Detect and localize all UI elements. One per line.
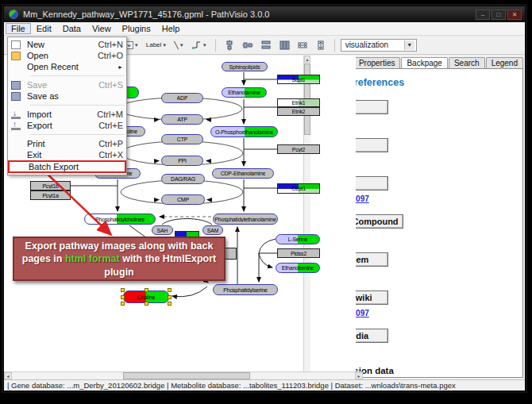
common-height-icon[interactable] (313, 38, 329, 52)
file-menu-item-export[interactable]: ExportCtrl+E (8, 120, 126, 131)
title-bar: Mm_Kennedy_pathway_WP1771_45176.gpml - P… (4, 6, 525, 22)
node-label: Ethanolamine (228, 90, 260, 95)
pathway-node-sphingolipids[interactable]: Sphingolipids (222, 62, 268, 71)
stack-vertical-icon[interactable] (258, 38, 274, 52)
pathway-node-cdp-ethanolamine[interactable]: CDP-Ethanolamine (212, 168, 274, 179)
file-menu-item-print[interactable]: PrintCtrl+P (8, 138, 126, 149)
selection-handle[interactable] (168, 295, 172, 299)
selection-handle[interactable] (145, 302, 148, 306)
scrollbar-thumb[interactable] (123, 372, 250, 379)
scroll-left-icon[interactable]: ◄ (4, 372, 12, 379)
app-icon (9, 10, 18, 19)
menu-item-shortcut: Ctrl+O (98, 51, 123, 60)
pathway-node-phosphatidylcholines[interactable]: Phosphatidylcholines (84, 214, 156, 225)
chevron-down-icon[interactable]: ▼ (404, 40, 414, 50)
file-menu-item-exit[interactable]: ExitCtrl+X (8, 149, 126, 160)
minimize-button[interactable]: – (476, 10, 490, 20)
menubar: FileEditDataViewPluginsHelp (4, 22, 525, 36)
node-label: ADP (177, 95, 188, 101)
pathway-node-l-serine[interactable]: L-Serine (276, 234, 320, 244)
status-bar: | Gene database: ...m_Derby_20120602.bri… (4, 379, 525, 391)
pathway-node-ethanolamine[interactable]: Ethanolamine (276, 263, 320, 273)
file-menu-item-open[interactable]: OpenCtrl+O (8, 50, 126, 61)
node-label: SAH (157, 228, 168, 233)
node-label: Ptdss2 (291, 251, 306, 256)
pathvisio-window: Mm_Kennedy_pathway_WP1771_45176.gpml - P… (3, 6, 526, 391)
menu-separator (30, 131, 125, 135)
selection-handle[interactable] (168, 302, 172, 306)
node-label: ATP (177, 117, 187, 122)
tab-properties[interactable]: Properties (353, 57, 401, 68)
connector-tool-button[interactable]: ▼ (189, 38, 210, 52)
pathway-node-phosphatidylserine[interactable]: Phosphatidylserine (213, 284, 278, 295)
pathway-node-ethanolamine[interactable]: Ethanolamine (222, 87, 267, 98)
menu-item-shortcut: Ctrl+N (98, 40, 123, 49)
pathway-node-dag-rag[interactable]: DAG/RAG (161, 174, 205, 184)
align-center-y-icon[interactable] (240, 38, 256, 52)
menu-plugins[interactable]: Plugins (117, 23, 156, 34)
pathway-node-pcyt1a[interactable]: Pcyt1a (30, 190, 71, 200)
node-label: Sgpl1 (292, 77, 306, 83)
pathway-node-ctp[interactable]: CTP (161, 134, 203, 144)
open-folder-icon (11, 52, 21, 60)
file-menu-item-import[interactable]: ImportCtrl+M (8, 109, 126, 120)
pathway-node-etnk2[interactable]: Etnk2 (277, 107, 320, 116)
visualization-combobox[interactable]: visualization ▼ (341, 39, 417, 52)
pathway-node-cept1[interactable]: Cept1 (277, 183, 320, 194)
stack-horizontal-icon[interactable] (276, 38, 292, 52)
pathway-node-sam[interactable]: SAM (202, 225, 223, 235)
pathway-node-choline[interactable]: Choline (123, 290, 169, 303)
file-menu-item-save[interactable]: SaveCtrl+S (8, 79, 126, 90)
file-menu-item-open-recent[interactable]: Open Recent► (8, 61, 126, 72)
menu-edit[interactable]: Edit (31, 23, 57, 34)
menu-item-label: Print (27, 139, 45, 148)
selection-handle[interactable] (121, 302, 125, 306)
file-menu-item-batch-export[interactable]: Batch Export (8, 160, 126, 173)
scroll-right-icon[interactable]: ► (355, 372, 363, 379)
common-width-icon[interactable] (295, 38, 310, 52)
line-tool-button[interactable]: ╲▼ (172, 38, 186, 52)
annotation-callout: Export pathway images along with back pa… (13, 237, 226, 281)
canvas-horizontal-scrollbar[interactable]: ◄ ► (4, 371, 363, 379)
selection-handle[interactable] (168, 288, 172, 292)
pathway-node-pcyt2[interactable]: Pcyt2 (277, 144, 320, 154)
file-menu-item-new[interactable]: NewCtrl+N (8, 39, 126, 50)
submenu-arrow-icon: ► (118, 64, 123, 70)
pathway-node-phosphatidylethanolamine[interactable]: Phosphatidylethanolamine (213, 214, 278, 225)
pathway-node-adp[interactable]: ADP (161, 93, 203, 103)
menu-item-label: Import (27, 110, 52, 119)
pathway-node-cmp[interactable]: CMP (161, 194, 205, 205)
tab-backpage[interactable]: Backpage (401, 57, 447, 68)
pathway-node-atp[interactable]: ATP (161, 114, 203, 125)
node-label: Pcyt1b (42, 183, 58, 189)
menu-data[interactable]: Data (57, 23, 87, 34)
selection-handle[interactable] (121, 288, 125, 292)
tab-legend[interactable]: Legend (486, 57, 523, 68)
close-button[interactable]: ✕ (507, 10, 522, 20)
file-menu-item-save-as[interactable]: Save as (8, 90, 126, 102)
menu-item-shortcut: Ctrl+X (98, 150, 123, 160)
no-icon (11, 140, 21, 148)
pathway-node-ppi[interactable]: PPi (161, 156, 203, 166)
pathway-node-sah[interactable]: SAH (152, 225, 173, 235)
menu-item-label: Open (27, 51, 48, 60)
menu-item-label: Open Recent (27, 62, 79, 71)
label-tool-button[interactable]: Label▼ (144, 38, 170, 52)
align-center-x-icon[interactable] (222, 38, 237, 52)
pathway-node-sgpl1[interactable]: Sgpl1 (277, 75, 320, 84)
pathway-node-ptdss2[interactable]: Ptdss2 (277, 248, 320, 258)
no-icon (11, 151, 21, 160)
menu-file[interactable]: File (6, 23, 31, 34)
no-icon (13, 163, 22, 171)
menu-help[interactable]: Help (156, 23, 186, 34)
selection-handle[interactable] (145, 288, 148, 292)
pathway-node-o-phosphoethanolamine[interactable]: O-Phosphoethanolamine (210, 126, 278, 137)
maximize-button[interactable]: □ (492, 10, 506, 20)
pathway-node-pcyt1b[interactable]: Pcyt1b (30, 181, 71, 190)
menu-item-shortcut: Ctrl+S (98, 80, 123, 90)
menu-separator (30, 102, 125, 106)
pathway-node-etnk1[interactable]: Etnk1 (277, 98, 320, 107)
menu-view[interactable]: View (87, 23, 117, 34)
selection-handle[interactable] (121, 295, 125, 299)
tab-search[interactable]: Search (449, 57, 485, 68)
